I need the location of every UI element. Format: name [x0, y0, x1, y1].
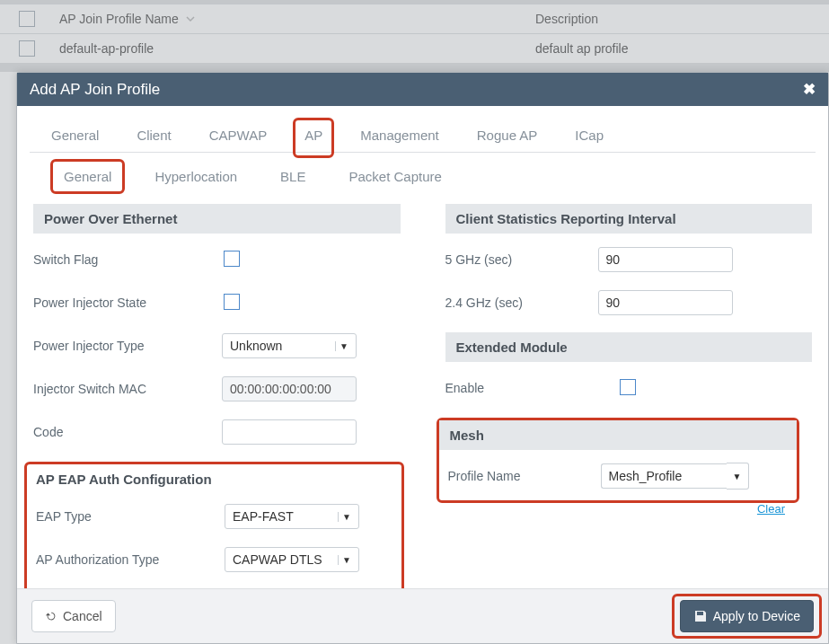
- tab-capwap[interactable]: CAPWAP: [206, 124, 270, 152]
- modal-title-bar: Add AP Join Profile ✖: [17, 73, 828, 106]
- tab-general[interactable]: General: [48, 124, 102, 152]
- section-mesh: Mesh: [439, 420, 798, 450]
- tab-strip: General Client CAPWAP AP Management Rogu…: [30, 115, 816, 153]
- section-poe: Power Over Ethernet: [33, 204, 401, 234]
- row-checkbox[interactable]: [19, 40, 35, 57]
- subtab-hyperlocation[interactable]: Hyperlocation: [149, 165, 243, 188]
- section-eap: AP EAP Auth Configuration: [27, 464, 401, 490]
- extended-module-enable-checkbox[interactable]: [620, 379, 636, 395]
- code-label: Code: [33, 425, 222, 439]
- subtab-general[interactable]: General: [58, 165, 117, 188]
- injector-switch-mac-label: Injector Switch MAC: [33, 382, 222, 396]
- power-injector-type-select[interactable]: Unknown ▼: [222, 333, 357, 358]
- apply-to-device-button[interactable]: Apply to Device: [680, 600, 814, 632]
- switch-flag-label: Switch Flag: [33, 252, 222, 267]
- caret-down-icon: ▼: [338, 555, 355, 565]
- chevron-down-icon[interactable]: [186, 12, 195, 21]
- cancel-button[interactable]: Cancel: [31, 600, 116, 632]
- column-header-description[interactable]: Description: [535, 12, 598, 26]
- modal-title: Add AP Join Profile: [30, 81, 160, 99]
- eap-type-label: EAP Type: [36, 509, 225, 524]
- twofour-ghz-label: 2.4 GHz (sec): [445, 296, 598, 310]
- eap-type-value: EAP-FAST: [233, 509, 294, 524]
- table-row[interactable]: default-ap-profile default ap profile: [0, 33, 829, 63]
- five-ghz-input[interactable]: [598, 247, 733, 272]
- tab-rogue-ap[interactable]: Rogue AP: [473, 124, 542, 152]
- close-icon[interactable]: ✖: [803, 80, 816, 99]
- row-name: default-ap-profile: [54, 41, 526, 56]
- subtab-packet-capture[interactable]: Packet Capture: [343, 165, 446, 188]
- five-ghz-label: 5 GHz (sec): [445, 252, 598, 267]
- mesh-clear-link[interactable]: Clear: [757, 502, 785, 516]
- auth-type-select[interactable]: CAPWAP DTLS ▼: [225, 547, 359, 572]
- mesh-profile-caret[interactable]: ▼: [727, 463, 749, 490]
- mesh-profile-select[interactable]: Mesh_Profile: [601, 463, 727, 489]
- select-all-checkbox[interactable]: [19, 11, 35, 27]
- auth-type-label: AP Authorization Type: [36, 552, 225, 567]
- cancel-label: Cancel: [63, 609, 102, 623]
- add-ap-join-profile-modal: Add AP Join Profile ✖ General Client CAP…: [16, 72, 829, 644]
- mesh-section: Mesh Profile Name Mesh_Profile ▼: [437, 418, 800, 503]
- undo-icon: [45, 610, 57, 622]
- column-header-name[interactable]: AP Join Profile Name: [59, 12, 179, 26]
- power-injector-type-value: Unknown: [230, 339, 282, 353]
- save-icon: [693, 609, 708, 623]
- mesh-profile-value: Mesh_Profile: [609, 469, 683, 483]
- subtab-strip: General Hyperlocation BLE Packet Capture: [33, 165, 812, 197]
- power-injector-state-label: Power Injector State: [33, 296, 222, 310]
- tab-ap[interactable]: AP: [301, 124, 326, 152]
- tab-management[interactable]: Management: [357, 124, 443, 152]
- tab-icap[interactable]: ICap: [571, 124, 607, 152]
- twofour-ghz-input[interactable]: [598, 290, 733, 315]
- code-input[interactable]: [222, 419, 357, 445]
- auth-type-value: CAPWAP DTLS: [233, 552, 322, 567]
- apply-label: Apply to Device: [713, 609, 800, 623]
- injector-switch-mac-input[interactable]: [222, 376, 357, 401]
- section-extended-module: Extended Module: [445, 332, 813, 362]
- power-injector-state-checkbox[interactable]: [224, 294, 240, 310]
- section-client-stats: Client Statistics Reporting Interval: [445, 204, 813, 234]
- ext-enable-label: Enable: [445, 381, 598, 395]
- table-header-row: AP Join Profile Name Description: [0, 4, 829, 33]
- modal-footer: Cancel Apply to Device: [17, 588, 828, 643]
- mesh-profile-label: Profile Name: [448, 469, 601, 483]
- row-description: default ap profile: [526, 41, 829, 56]
- tab-client[interactable]: Client: [133, 124, 174, 152]
- caret-down-icon: ▼: [335, 341, 352, 351]
- eap-type-select[interactable]: EAP-FAST ▼: [225, 504, 359, 529]
- profile-table: AP Join Profile Name Description default…: [0, 0, 829, 66]
- subtab-ble[interactable]: BLE: [275, 165, 311, 188]
- ap-eap-auth-section: AP EAP Auth Configuration EAP Type EAP-F…: [24, 462, 404, 588]
- switch-flag-checkbox[interactable]: [224, 251, 240, 267]
- caret-down-icon: ▼: [338, 512, 355, 522]
- power-injector-type-label: Power Injector Type: [33, 339, 222, 353]
